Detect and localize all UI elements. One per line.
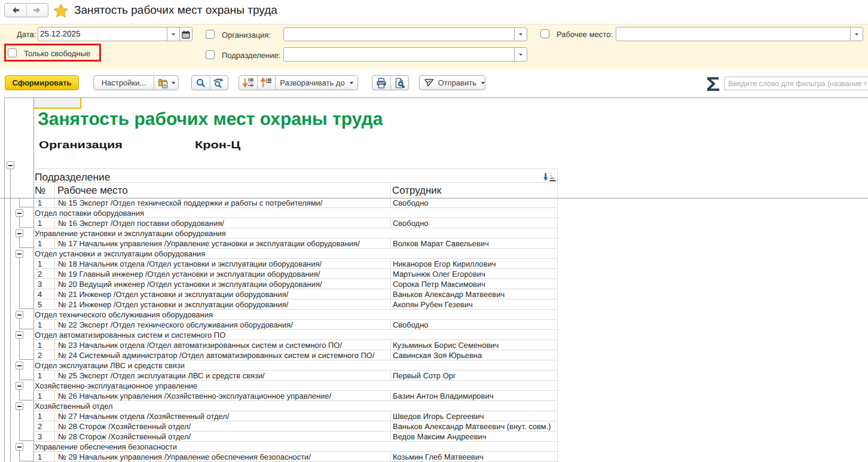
group-collapse-toggle[interactable] <box>16 230 23 237</box>
table-row[interactable]: 1№ 16 Эксперт /Отдел поставки оборудован… <box>33 218 557 228</box>
column-header-employee-label: Сотрудник <box>392 185 441 197</box>
row-num: 1 <box>33 198 55 207</box>
row-employee: Свободно <box>391 218 557 228</box>
group-row[interactable]: Отдел автоматизированных систем и систем… <box>33 330 557 340</box>
send-button[interactable]: Отправить <box>419 75 485 90</box>
table-row[interactable]: 3№ 20 Ведущий инженер /Отдел установки и… <box>33 279 557 289</box>
row-num-text: 5 <box>38 301 42 308</box>
table-row[interactable]: 5№ 21 Инженер /Отдел установки и эксплуа… <box>33 299 557 310</box>
table-row[interactable]: 2№ 19 Главный инженер /Отдел установки и… <box>33 269 557 279</box>
chevron-down-icon <box>350 82 353 84</box>
group-collapse-toggle[interactable] <box>16 402 23 410</box>
group-collapse-toggle[interactable] <box>16 443 23 451</box>
org-checkbox[interactable] <box>206 30 215 39</box>
print-button[interactable] <box>372 76 390 90</box>
table-row[interactable]: 4№ 21 Инженер /Отдел установки и эксплуа… <box>33 289 557 299</box>
column-header-row[interactable]: № Рабочее место Сотрудник <box>33 182 557 198</box>
row-workplace-text: № 23 Начальник отдела /Отдел автоматизир… <box>58 341 342 349</box>
expand-to-button[interactable]: Разворачивать до <box>275 76 357 90</box>
row-employee: Козьмин Глеб Матвеевич <box>391 452 557 461</box>
table-row[interactable]: 2№ 28 Сторож /Хозяйственный отдел/Ванько… <box>33 421 557 432</box>
row-num-text: 1 <box>38 199 42 207</box>
section-header-label: Подразделение <box>35 172 110 183</box>
row-workplace: № 21 Инженер /Отдел установки и эксплуат… <box>55 299 391 309</box>
table-row[interactable]: 1№ 18 Начальник отдела /Отдел установки … <box>33 259 557 269</box>
group-row[interactable]: Управление обеспечения безопасности <box>33 442 557 452</box>
sort-ascending-icon[interactable] <box>543 173 556 182</box>
forward-button[interactable] <box>26 4 48 17</box>
date-dropdown-button[interactable] <box>167 27 179 41</box>
group-row[interactable]: Хозяйственный отдел <box>33 401 557 411</box>
group-collapse-toggle[interactable] <box>16 209 23 217</box>
calendar-icon <box>182 30 190 39</box>
sheet-top-border <box>4 97 868 98</box>
dept-dropdown-button[interactable] <box>514 48 527 61</box>
row-workplace: № 28 Сторож /Хозяйственный отдел/ <box>55 432 391 441</box>
table-row[interactable]: 1№ 17 Начальник управления /Управление у… <box>33 238 557 249</box>
row-employee: Савинская Зоя Юрьевна <box>391 350 557 360</box>
selected-cell[interactable] <box>34 98 81 109</box>
workplace-dropdown-button[interactable] <box>850 27 863 41</box>
org-input[interactable] <box>283 27 527 41</box>
row-num: 2 <box>33 269 55 279</box>
date-calendar-button[interactable] <box>179 27 192 41</box>
group-collapse-toggle[interactable] <box>16 311 23 319</box>
group-row[interactable]: Отдел установки и эксплуатации оборудова… <box>33 249 557 259</box>
group-label-text: Отдел технического обслуживания оборудов… <box>35 311 213 319</box>
report-variants-button[interactable] <box>154 76 178 90</box>
group-collapse-toggle[interactable] <box>16 362 23 369</box>
expand-groups-button[interactable] <box>239 76 257 90</box>
dept-checkbox[interactable] <box>206 50 215 59</box>
favorite-star-icon[interactable] <box>53 4 69 17</box>
workplace-input[interactable] <box>616 27 863 41</box>
table-row[interactable]: 1№ 15 Эксперт /Отдел технической поддерж… <box>33 198 557 208</box>
generate-button[interactable]: Сформировать <box>5 75 79 90</box>
table-row[interactable]: 1№ 22 Эксперт /Отдел технического обслуж… <box>33 320 557 330</box>
dept-value <box>284 48 514 61</box>
table-row[interactable]: 1№ 25 Эксперт /Отдел эксплуатации ЛВС и … <box>33 371 557 381</box>
table-row[interactable]: 3№ 28 Сторож /Хозяйственный отдел/Ведов … <box>33 432 557 442</box>
table-row[interactable]: 1№ 29 Начальник управления /Управление о… <box>33 452 557 462</box>
table-row[interactable]: 1№ 23 Начальник отдела /Отдел автоматизи… <box>33 340 557 350</box>
section-header-row[interactable]: Подразделение <box>33 169 557 182</box>
date-input[interactable]: 25.12.2025 <box>38 27 192 41</box>
date-value: 25.12.2025 <box>38 27 167 41</box>
back-button[interactable] <box>5 4 26 17</box>
row-num-text: 1 <box>38 453 42 461</box>
row-employee-text: Базин Антон Владимирович <box>393 392 493 400</box>
column-header-employee[interactable]: Сотрудник <box>391 183 557 198</box>
dept-input[interactable] <box>283 47 527 62</box>
group-collapse-toggle[interactable] <box>16 382 23 390</box>
row-employee-text: Ваньков Александр Матвеевич <box>393 290 505 298</box>
print-preview-button[interactable] <box>390 76 408 90</box>
search-next-button[interactable] <box>210 76 228 90</box>
column-header-num[interactable]: № <box>33 183 55 198</box>
row-num: 1 <box>33 371 55 380</box>
search-button[interactable] <box>192 76 210 90</box>
org-dropdown-button[interactable] <box>514 28 527 41</box>
row-employee-text: Мартынюк Олег Егорович <box>393 270 485 278</box>
settings-button[interactable]: Настройки... <box>94 76 154 90</box>
row-workplace: № 22 Эксперт /Отдел технического обслужи… <box>55 320 391 329</box>
group-row[interactable]: Отдел эксплуатации ЛВС и средств связи <box>33 360 557 371</box>
table-row[interactable]: 1№ 27 Начальник отдела /Хозяйственный от… <box>33 411 557 421</box>
group-branch-line <box>19 339 20 359</box>
group-label-text: Отдел автоматизированных систем и систем… <box>35 331 225 339</box>
only-free-checkbox[interactable] <box>8 48 17 57</box>
group-row[interactable]: Отдел поставки оборудования <box>33 208 557 218</box>
row-employee-text: Ваньков Александр Матвеевич (внут. совм.… <box>393 423 551 430</box>
table-row[interactable]: 1№ 26 Начальник управления /Хозяйственно… <box>33 391 557 401</box>
group-branch-elbow <box>19 380 33 380</box>
quick-filter-input[interactable]: Введите слово для фильтра (название т <box>724 77 868 90</box>
group-branch-line <box>19 258 20 308</box>
workplace-checkbox[interactable] <box>540 29 549 38</box>
group-collapse-toggle[interactable] <box>16 250 23 258</box>
group-row[interactable]: Управление установки и эксплуатации обор… <box>33 228 557 238</box>
group-row[interactable]: Хозяйственно-эксплуатационное управление <box>33 381 557 391</box>
group-collapse-toggle[interactable] <box>16 331 23 339</box>
table-row[interactable]: 2№ 24 Системный администратор /Отдел авт… <box>33 350 557 360</box>
group-row[interactable]: Отдел технического обслуживания оборудов… <box>33 310 557 320</box>
column-header-workplace[interactable]: Рабочее место <box>55 183 391 198</box>
collapse-groups-button[interactable] <box>257 76 275 90</box>
group-collapse-toggle-root[interactable] <box>7 161 14 169</box>
